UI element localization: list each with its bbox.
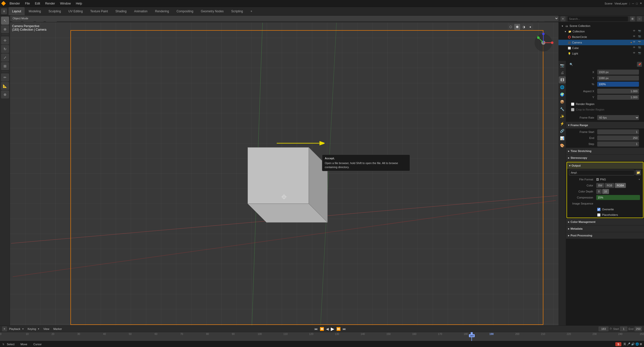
outliner-menu-btn[interactable]: ≡ (560, 16, 566, 21)
resolution-y-value[interactable]: 1080 px (597, 76, 639, 81)
frame-rate-select[interactable]: 60 fps 24 fps 30 fps (597, 115, 639, 120)
scene-properties-icon[interactable]: 🌐 (559, 84, 566, 91)
light-visibility-icon[interactable]: 👁 (633, 52, 637, 56)
render-region-checkbox[interactable] (571, 103, 574, 106)
rotate-tool-btn[interactable]: ↻ (1, 45, 9, 53)
post-processing-header[interactable]: ▸ Post Processing (566, 232, 644, 239)
cube-visibility-icon[interactable]: 👁 (633, 46, 637, 50)
outliner-sync-btn[interactable]: ↔ (637, 16, 642, 21)
stereoscopy-header[interactable]: ▸ Stereoscopy (566, 155, 644, 161)
crop-region-checkbox[interactable] (571, 108, 574, 111)
menu-window[interactable]: Window (58, 1, 73, 6)
outliner-item-camera[interactable]: 🎥 Camera ● 👁 📷 (558, 40, 644, 45)
outliner-item-light[interactable]: 💡 Light 👁 📷 (558, 51, 644, 56)
annotate-tool-btn[interactable]: ✏ (1, 73, 9, 81)
measure-tool-btn[interactable]: 📐 (1, 82, 9, 90)
select-tool-btn[interactable]: ↖ (1, 17, 9, 25)
data-properties-icon[interactable]: 📊 (559, 135, 566, 142)
tab-shading[interactable]: Shading (112, 7, 130, 15)
color-rgba-btn[interactable]: RGBA (615, 183, 626, 188)
resolution-x-value[interactable]: 1920 px (597, 70, 639, 75)
tab-animation[interactable]: Animation (131, 7, 151, 15)
tab-layout[interactable]: Layout (9, 7, 25, 15)
outliner-item-collection[interactable]: ▾ 📁 Collection 👁 📷 (558, 29, 644, 34)
outliner-item-cube[interactable]: ⬜ Cube 👁 📷 (558, 45, 644, 51)
start-frame-input[interactable] (620, 326, 627, 331)
physics-properties-icon[interactable]: ⚡ (559, 120, 566, 127)
placeholders-checkbox[interactable] (597, 213, 600, 217)
scale-tool-btn[interactable]: ⤢ (1, 54, 9, 62)
output-header[interactable]: ▾ Output (567, 162, 643, 169)
cube-render-icon[interactable]: 📷 (638, 46, 642, 50)
world-properties-icon[interactable]: 🌍 (559, 91, 566, 98)
sidebar-toggle-icon[interactable]: ≡ (1, 8, 7, 14)
frame-end-value[interactable]: 250 (597, 135, 639, 140)
playback-dropdown-icon[interactable]: ▾ (22, 328, 24, 330)
tab-uv-editing[interactable]: UV Editing (65, 7, 86, 15)
add-btn[interactable]: ⊕ (1, 90, 9, 98)
output-path-input[interactable] (569, 170, 634, 175)
tab-scripting[interactable]: Scripting (228, 7, 247, 15)
depth-8-btn[interactable]: 8 (596, 189, 602, 194)
playback-menu[interactable]: Playback (9, 327, 20, 330)
menu-file[interactable]: File (22, 1, 32, 6)
camera-render-icon[interactable]: 📷 (638, 40, 642, 44)
properties-pin-btn[interactable]: 📌 (637, 62, 642, 67)
end-frame-input[interactable] (634, 326, 642, 331)
material-properties-icon[interactable]: 🎨 (559, 142, 566, 149)
tab-geometry-nodes[interactable]: Geometry Nodes (197, 7, 227, 15)
blender-logo-icon[interactable]: 🔶 (0, 0, 7, 7)
current-frame-input[interactable] (598, 326, 609, 331)
timeline-menu-icon[interactable]: ≡ (2, 326, 7, 331)
step-fwd-btn[interactable]: ⏩ (336, 327, 341, 331)
color-bw-btn[interactable]: BW (596, 183, 604, 188)
tab-add[interactable]: + (247, 7, 256, 15)
jump-end-btn[interactable]: ⏭ (343, 327, 346, 331)
properties-search-input[interactable] (568, 62, 636, 67)
metadata-header[interactable]: ▸ Metadata (566, 225, 644, 232)
time-stretching-header[interactable]: ▸ Time Stretching (566, 148, 644, 154)
frame-start-value[interactable]: 1 (597, 129, 639, 134)
bezier-visibility-icon[interactable]: 👁 (633, 35, 637, 39)
maximize-btn[interactable]: □ (636, 2, 638, 5)
frame-step-value[interactable]: 1 (597, 141, 639, 146)
menu-help[interactable]: Help (73, 1, 85, 6)
collection-visibility-icon[interactable]: 👁 (633, 29, 637, 33)
bezier-render-icon[interactable]: 📷 (638, 35, 642, 39)
tab-rendering[interactable]: Rendering (151, 7, 172, 15)
resolution-percent-bar[interactable]: 100% (597, 82, 639, 87)
menu-render[interactable]: Render (43, 1, 57, 6)
depth-16-btn[interactable]: 16 (602, 189, 609, 194)
navigation-gizmo[interactable]: X Y Z (533, 33, 553, 53)
aspect-y-value[interactable]: 1.000 (597, 95, 639, 100)
tab-texture-paint[interactable]: Texture Paint (87, 7, 111, 15)
render-properties-icon[interactable]: 📷 (559, 62, 566, 69)
collection-render-icon[interactable]: 📷 (638, 29, 642, 33)
output-properties-icon[interactable]: 🖨 (559, 69, 566, 76)
light-render-icon[interactable]: 📷 (638, 52, 642, 56)
constraints-properties-icon[interactable]: 🔗 (559, 127, 566, 134)
transform-tool-btn[interactable]: ⊞ (1, 62, 9, 70)
solid-shading-btn[interactable]: ⬢ (514, 24, 520, 30)
aspect-x-value[interactable]: 1.000 (597, 89, 639, 94)
view-layer-properties-icon[interactable]: 🎞 (559, 76, 566, 83)
play-btn[interactable]: ▶ (331, 326, 334, 332)
compression-bar[interactable]: 15% (596, 195, 640, 200)
cursor-tool-btn[interactable]: ⊕ (1, 25, 9, 33)
rendered-shading-btn[interactable]: ● (527, 24, 533, 30)
output-path-browse-btn[interactable]: 📁 (635, 170, 641, 175)
color-rgb-btn[interactable]: RGB (605, 183, 614, 188)
menu-blender[interactable]: Blender (7, 1, 22, 6)
outliner-item-scene-collection[interactable]: ▾ 🗂 Scene Collection (558, 23, 644, 29)
marker-menu[interactable]: Marker (53, 327, 62, 330)
tab-compositing[interactable]: Compositing (173, 7, 197, 15)
outliner-item-bezier[interactable]: ⭕ BezierCircle 👁 📷 (558, 34, 644, 40)
frame-range-header[interactable]: ▾ Frame Range (566, 122, 644, 128)
viewport-canvas[interactable]: X Y Z ⬡ ⬢ ◑ ● (10, 23, 558, 340)
outliner-filter-btn[interactable]: ⊞ (630, 16, 635, 21)
minimize-btn[interactable]: ─ (632, 2, 634, 5)
material-shading-btn[interactable]: ◑ (521, 24, 527, 30)
modifier-properties-icon[interactable]: 🔧 (559, 106, 566, 113)
outliner-search[interactable] (568, 16, 628, 21)
camera-visibility-icon[interactable]: 👁 (633, 40, 637, 44)
